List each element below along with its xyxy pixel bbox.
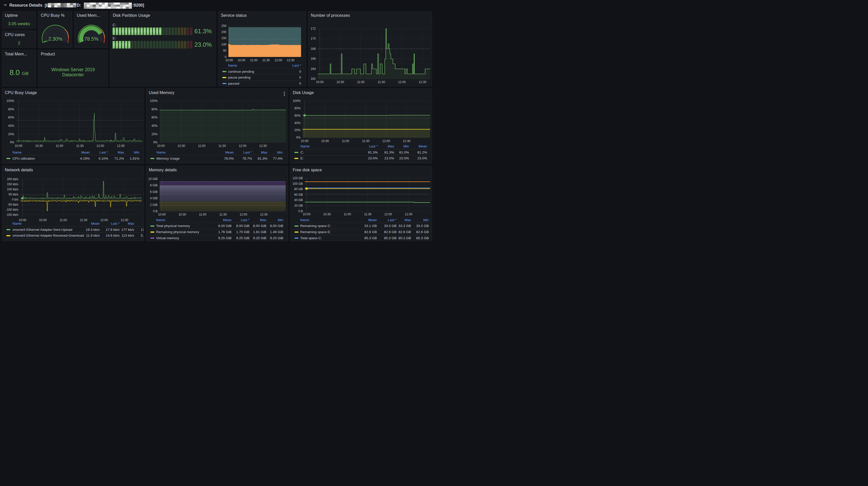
svg-text:82.6 GB: 82.6 GB	[384, 230, 397, 234]
svg-text:11:00: 11:00	[198, 144, 206, 148]
svg-text:1.76 GiB: 1.76 GiB	[218, 230, 231, 234]
svg-text:paused: paused	[228, 82, 239, 85]
svg-text:Last *: Last *	[243, 150, 252, 154]
svg-text:10:00: 10:00	[158, 213, 165, 216]
svg-text:vmxnet3 Ethernet Adapter-Sent-: vmxnet3 Ethernet Adapter-Sent-Upload	[12, 228, 72, 232]
svg-text:33.0 GB: 33.0 GB	[416, 224, 429, 228]
svg-text:166: 166	[311, 57, 316, 60]
svg-text:250: 250	[221, 24, 226, 28]
svg-text:12:30: 12:30	[418, 80, 426, 84]
svg-text:Remaining space E:: Remaining space E:	[300, 230, 331, 234]
svg-text:pause pending: pause pending	[228, 76, 250, 79]
svg-text:Mean: Mean	[418, 144, 427, 148]
svg-text:10 GiB: 10 GiB	[148, 177, 158, 181]
svg-text:Last *: Last *	[99, 150, 108, 154]
svg-text:0 b/s: 0 b/s	[12, 198, 18, 201]
svg-text:20%: 20%	[8, 133, 14, 136]
svg-text:13.4 kb/s: 13.4 kb/s	[141, 228, 144, 232]
svg-text:11.9 kb/s: 11.9 kb/s	[86, 234, 100, 237]
svg-text:23.0%: 23.0%	[417, 156, 427, 160]
svg-text:0 B: 0 B	[299, 209, 303, 213]
svg-text:Mean: Mean	[91, 222, 100, 225]
svg-text:33.0 GB: 33.0 GB	[384, 224, 397, 228]
svg-text:60%: 60%	[151, 116, 157, 119]
svg-text:170: 170	[311, 37, 316, 40]
svg-text:Name: Name	[228, 63, 237, 67]
svg-text:E:: E:	[113, 37, 116, 41]
svg-text:Min: Min	[278, 218, 283, 222]
svg-text:4 GiB: 4 GiB	[150, 197, 157, 200]
svg-text:10:30: 10:30	[179, 213, 186, 216]
svg-text:150 kb/s: 150 kb/s	[7, 182, 18, 186]
svg-text:Min: Min	[134, 150, 140, 154]
svg-text:D:: D:	[77, 3, 81, 7]
svg-text:Last *: Last *	[388, 218, 397, 222]
svg-text:Max: Max	[405, 218, 411, 222]
svg-text:4.10%: 4.10%	[98, 156, 108, 161]
svg-text:Last *: Last *	[241, 218, 250, 222]
svg-text:8.00 GiB: 8.00 GiB	[236, 224, 250, 228]
svg-text:78.7%: 78.7%	[242, 156, 252, 161]
svg-text:23.0%: 23.0%	[399, 156, 409, 160]
svg-text:Name: Name	[301, 144, 310, 148]
svg-text:100 kb/s: 100 kb/s	[7, 188, 18, 191]
svg-text:12:00: 12:00	[240, 213, 247, 216]
svg-text:12:00: 12:00	[398, 80, 406, 84]
svg-text:11:30: 11:30	[262, 58, 270, 62]
svg-text:Min: Min	[277, 150, 283, 154]
svg-text:120 GB: 120 GB	[292, 176, 303, 180]
svg-text:12:00: 12:00	[382, 139, 390, 143]
svg-text:100: 100	[221, 43, 226, 46]
svg-text:continue pending: continue pending	[228, 70, 254, 74]
svg-text:11:00: 11:00	[357, 80, 364, 84]
svg-text:172: 172	[311, 27, 316, 30]
svg-text:9.25 GiB: 9.25 GiB	[236, 236, 250, 240]
svg-text:Min: Min	[404, 144, 409, 148]
svg-text:10:00: 10:00	[15, 144, 22, 148]
svg-text:162: 162	[311, 77, 316, 81]
svg-text:11:00: 11:00	[344, 212, 351, 216]
svg-text:10:00: 10:00	[157, 144, 165, 148]
svg-text:61.3%: 61.3%	[368, 150, 378, 154]
svg-text:vmxnet3 Ethernet Adapter-Recei: vmxnet3 Ethernet Adapter-Received-Downlo…	[12, 234, 84, 237]
svg-text:33.1 GB: 33.1 GB	[364, 224, 377, 228]
svg-text:Max: Max	[260, 218, 267, 222]
svg-text:33.3 GB: 33.3 GB	[398, 224, 411, 228]
svg-text:6 GiB: 6 GiB	[150, 190, 157, 194]
svg-text:11:30: 11:30	[219, 213, 227, 216]
svg-text:82.6 GB: 82.6 GB	[398, 230, 411, 234]
svg-text:40 GB: 40 GB	[294, 198, 303, 202]
svg-text:11:00: 11:00	[342, 139, 349, 143]
svg-text:113 kb/s: 113 kb/s	[121, 234, 134, 237]
svg-text:10:00: 10:00	[19, 218, 26, 222]
svg-text:9.25 GiB: 9.25 GiB	[218, 236, 231, 240]
svg-text::9200]: :9200]	[132, 3, 144, 7]
svg-text:17.8 kb/s: 17.8 kb/s	[106, 228, 120, 232]
svg-text:0 B: 0 B	[153, 209, 157, 213]
svg-text:164: 164	[311, 67, 316, 71]
svg-text:11:00: 11:00	[250, 58, 257, 62]
svg-text:CPU utilization: CPU utilization	[12, 156, 35, 161]
svg-text:23.0%: 23.0%	[194, 41, 212, 48]
svg-text:1.81 GiB: 1.81 GiB	[253, 230, 267, 234]
svg-text:12:00: 12:00	[96, 144, 104, 148]
svg-text:-150 kb/s: -150 kb/s	[6, 213, 18, 217]
svg-text:23.0%: 23.0%	[384, 156, 394, 160]
svg-text:12:30: 12:30	[405, 212, 412, 216]
svg-text:100%: 100%	[150, 99, 158, 103]
svg-text:Mean: Mean	[225, 150, 234, 154]
svg-text:Remaining physical memory: Remaining physical memory	[156, 230, 199, 234]
svg-text:8.00 GiB: 8.00 GiB	[253, 224, 267, 228]
svg-text:61.3%: 61.3%	[384, 150, 394, 154]
svg-text:12:00: 12:00	[384, 212, 392, 216]
svg-text:Mean: Mean	[223, 218, 231, 222]
svg-text:12:30: 12:30	[260, 213, 268, 216]
svg-text:Max: Max	[128, 222, 134, 225]
svg-text:78.0%: 78.0%	[224, 156, 234, 161]
svg-text:60 GB: 60 GB	[294, 193, 303, 197]
svg-text:Last *: Last *	[292, 63, 301, 67]
svg-text:Last *: Last *	[111, 222, 120, 225]
svg-text:0%: 0%	[296, 136, 301, 139]
svg-text:78.5%: 78.5%	[84, 36, 98, 42]
svg-text:1.91%: 1.91%	[130, 156, 140, 161]
